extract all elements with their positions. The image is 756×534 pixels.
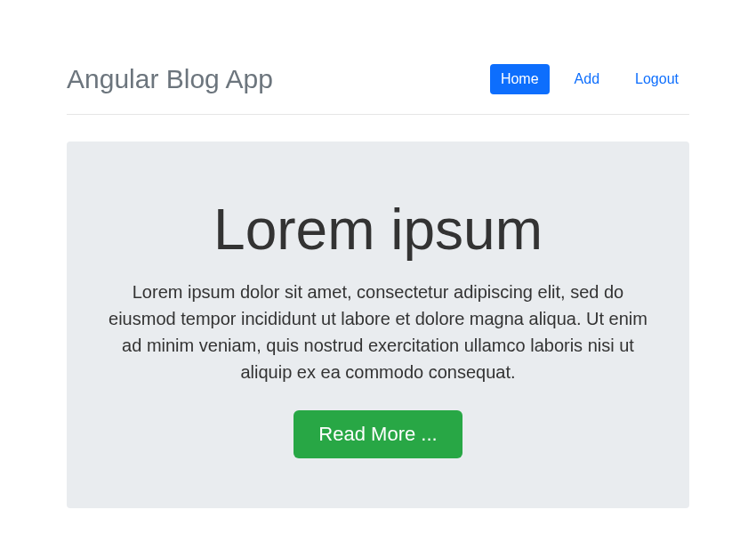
nav-add[interactable]: Add xyxy=(564,64,610,94)
app-brand: Angular Blog App xyxy=(67,64,273,94)
post-card: Lorem ipsum Lorem ipsum dolor sit amet, … xyxy=(67,142,689,508)
nav-home[interactable]: Home xyxy=(490,64,550,94)
post-title: Lorem ipsum xyxy=(102,198,654,261)
post-excerpt: Lorem ipsum dolor sit amet, consectetur … xyxy=(102,279,654,385)
nav-links: Home Add Logout xyxy=(490,64,689,94)
read-more-button[interactable]: Read More ... xyxy=(294,410,462,458)
page-container: Angular Blog App Home Add Logout Lorem i… xyxy=(67,0,689,508)
navbar: Angular Blog App Home Add Logout xyxy=(67,64,689,115)
nav-logout[interactable]: Logout xyxy=(624,64,689,94)
